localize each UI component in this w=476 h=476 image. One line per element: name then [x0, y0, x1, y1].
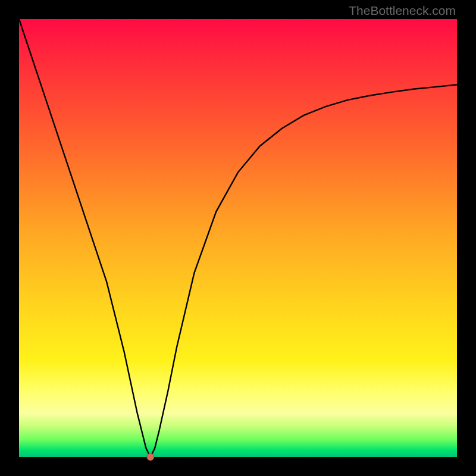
curve-path [19, 19, 457, 457]
chart-frame: TheBottleneck.com [0, 0, 476, 476]
watermark-text: TheBottleneck.com [349, 4, 456, 18]
chart-svg [19, 19, 457, 457]
min-marker [147, 453, 154, 461]
